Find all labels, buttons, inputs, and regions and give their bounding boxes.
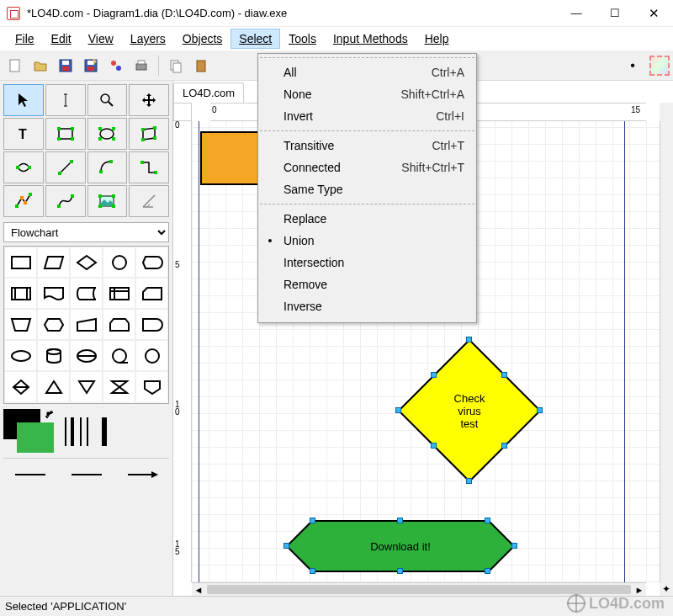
shape-sort[interactable] — [4, 371, 37, 402]
toolbar-paste[interactable] — [189, 54, 213, 77]
canvas-resize-grip[interactable]: ✦ — [660, 582, 673, 596]
shape-extract[interactable] — [37, 371, 70, 402]
scroll-thumb[interactable] — [207, 585, 631, 594]
svg-point-63 — [113, 349, 126, 363]
shape-internal[interactable] — [103, 278, 135, 309]
shape-collate[interactable] — [103, 371, 135, 402]
tool-rect[interactable] — [45, 118, 86, 150]
shape-database[interactable] — [37, 340, 70, 371]
menu-item-union[interactable]: •Union — [258, 230, 476, 252]
tool-arc[interactable] — [87, 151, 128, 183]
tool-ellipse[interactable] — [87, 118, 128, 150]
menu-item-inverse[interactable]: Inverse — [258, 295, 476, 317]
menu-tools[interactable]: Tools — [280, 29, 325, 49]
menu-file[interactable]: File — [7, 29, 43, 49]
toolbar-dot[interactable]: • — [621, 54, 644, 77]
menu-item-remove[interactable]: Remove — [258, 273, 476, 295]
tool-pointer[interactable] — [3, 84, 44, 116]
menu-item-sametype[interactable]: Same Type — [258, 178, 476, 200]
shape-document[interactable] — [37, 278, 70, 309]
menu-item-transitive[interactable]: TransitiveCtrl+T — [258, 135, 476, 157]
toolbar-props[interactable] — [104, 54, 128, 77]
shapeset-dropdown[interactable]: Flowchart — [3, 222, 169, 242]
menu-edit[interactable]: Edit — [43, 29, 80, 49]
tool-line[interactable] — [45, 151, 86, 183]
background-color[interactable] — [17, 422, 54, 453]
shape-manual-op[interactable] — [4, 309, 37, 340]
minimize-button[interactable]: — — [557, 0, 596, 26]
menu-input-methods[interactable]: Input Methods — [325, 29, 416, 49]
shape-stored[interactable] — [70, 278, 103, 309]
close-button[interactable]: ✕ — [634, 0, 673, 26]
menu-layers[interactable]: Layers — [122, 29, 174, 49]
menu-item-none[interactable]: NoneShift+Ctrl+A — [258, 83, 476, 105]
shape-predef[interactable] — [4, 278, 37, 309]
tool-bezier-closed[interactable] — [3, 151, 44, 183]
menu-item-invert[interactable]: InvertCtrl+I — [258, 105, 476, 127]
document-tab[interactable]: LO4D.com — [173, 82, 244, 103]
menu-item-replace[interactable]: Replace — [258, 208, 476, 230]
scrollbar-vertical[interactable] — [660, 121, 673, 582]
shape-display[interactable] — [135, 247, 168, 278]
shape-rectangle-orange[interactable] — [200, 131, 262, 185]
shape-io[interactable] — [37, 247, 70, 278]
scrollbar-horizontal[interactable]: ◄ ► — [192, 582, 646, 596]
toolbar-color-square[interactable] — [649, 56, 670, 76]
toolbar-new[interactable] — [3, 54, 27, 77]
toolbar-saveas[interactable] — [79, 54, 103, 77]
menu-item-connected[interactable]: ConnectedShift+Ctrl+T — [258, 157, 476, 178]
toolbar-copy[interactable] — [164, 54, 188, 77]
shape-merge[interactable] — [70, 371, 103, 402]
shape-terminal[interactable] — [4, 340, 37, 371]
tool-polyline[interactable] — [3, 185, 44, 217]
tool-zoom[interactable] — [87, 84, 128, 116]
menu-objects[interactable]: Objects — [174, 29, 231, 49]
shape-decision[interactable] — [70, 247, 103, 278]
shape-or[interactable] — [135, 340, 168, 371]
shape-disk[interactable] — [70, 340, 103, 371]
ruler-corner — [173, 103, 192, 121]
scroll-left-arrow[interactable]: ◄ — [192, 583, 205, 597]
menu-select[interactable]: Select — [231, 29, 280, 49]
tool-bezier[interactable] — [45, 185, 86, 217]
toolbar-save[interactable] — [54, 54, 77, 77]
shape-manual-input[interactable] — [70, 309, 103, 340]
svg-point-52 — [113, 256, 126, 269]
tool-image[interactable] — [87, 185, 128, 217]
menu-help[interactable]: Help — [416, 29, 458, 49]
tool-zigzag[interactable] — [129, 151, 169, 183]
shape-delay[interactable] — [135, 309, 168, 340]
toolbar-print[interactable] — [130, 54, 153, 77]
shape-offpage[interactable] — [135, 371, 168, 402]
shape-terminator-green[interactable]: Download it! — [283, 517, 518, 576]
toolbar-open[interactable] — [29, 54, 52, 77]
line-middle[interactable] — [60, 465, 113, 485]
tool-move[interactable] — [129, 84, 169, 116]
svg-point-65 — [146, 349, 159, 363]
decision-text: Check virus test — [394, 335, 545, 486]
guide-line-left[interactable] — [199, 121, 199, 582]
menu-item-intersection[interactable]: Intersection — [258, 252, 476, 273]
svg-rect-49 — [98, 204, 102, 208]
guide-line-right[interactable] — [624, 121, 625, 582]
maximize-button[interactable]: ☐ — [596, 0, 634, 26]
color-swatches[interactable] — [3, 409, 57, 453]
tool-text-caret[interactable] — [45, 84, 86, 116]
line-start[interactable] — [3, 465, 56, 485]
shape-card[interactable] — [135, 278, 168, 309]
shape-connector[interactable] — [103, 247, 135, 278]
shape-prep[interactable] — [37, 309, 70, 340]
menu-item-all[interactable]: AllCtrl+A — [258, 61, 476, 83]
line-end[interactable] — [116, 465, 169, 485]
shape-tape[interactable] — [103, 340, 135, 371]
menu-view[interactable]: View — [80, 29, 122, 49]
shape-loop[interactable] — [103, 309, 135, 340]
shapeset-selector[interactable]: Flowchart — [0, 220, 172, 244]
tool-angle[interactable] — [129, 185, 169, 217]
shape-decision-yellow[interactable]: Check virus test — [394, 335, 545, 486]
tool-text[interactable]: T — [3, 118, 44, 150]
shape-process[interactable] — [4, 247, 37, 278]
svg-rect-20 — [57, 137, 61, 141]
tool-polygon[interactable] — [129, 118, 169, 150]
scroll-right-arrow[interactable]: ► — [633, 583, 646, 597]
